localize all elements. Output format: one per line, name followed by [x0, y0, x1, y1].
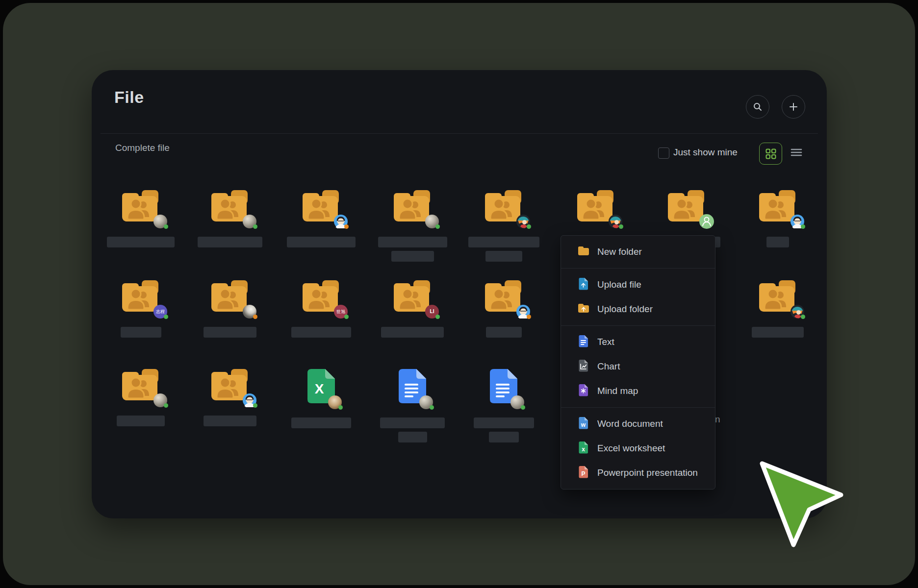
initials-avatar: LI	[425, 305, 439, 318]
shared-folder-icon-wrap	[758, 280, 797, 313]
photo-avatar	[328, 395, 342, 409]
file-name-skeleton	[741, 237, 815, 247]
powerpoint-presentation-icon-wrap: P	[577, 466, 590, 480]
file-name-bar	[474, 417, 534, 428]
file-name-bar	[486, 327, 522, 338]
status-dot	[253, 403, 257, 408]
file-grid: 志程 世旭 LI	[92, 70, 827, 518]
photo-avatar	[243, 215, 256, 228]
status-dot	[164, 315, 168, 319]
upload-file-icon	[577, 277, 590, 290]
menu-item-upload-file[interactable]: Upload file	[561, 272, 715, 297]
menu-item-text[interactable]: Text	[561, 330, 715, 354]
menu-item-label: Text	[597, 337, 614, 347]
menu-item-word-document[interactable]: wWord document	[561, 412, 715, 436]
mind-map-icon	[577, 384, 590, 396]
excel-worksheet-icon: x	[577, 441, 590, 454]
shared-folder-icon-wrap	[210, 280, 250, 313]
text-icon	[577, 335, 590, 347]
boy-avatar	[243, 393, 256, 407]
file-item[interactable]	[376, 190, 449, 262]
photo-avatar	[153, 393, 167, 407]
menu-item-powerpoint-presentation[interactable]: PPowerpoint presentation	[561, 461, 715, 485]
file-item[interactable]	[467, 280, 540, 338]
excel-file-icon-wrap: X	[307, 369, 335, 403]
menu-item-label: Excel worksheet	[597, 443, 665, 454]
file-item[interactable]: LI	[376, 280, 449, 338]
upload-folder-icon	[577, 302, 590, 315]
file-name-bar	[398, 432, 427, 442]
chart-icon	[577, 359, 590, 372]
file-name-bar	[204, 327, 256, 338]
girl-avatar	[790, 305, 804, 318]
menu-item-label: Upload file	[597, 279, 641, 290]
file-name-bar	[468, 237, 539, 247]
menu-item-label: Chart	[597, 361, 620, 372]
status-dot	[164, 224, 168, 229]
shared-folder-icon-wrap	[121, 369, 160, 401]
file-name-skeleton	[467, 417, 540, 442]
menu-section: wWord document xExcel worksheet PPowerpo…	[561, 407, 715, 489]
file-name-skeleton	[376, 417, 449, 442]
status-dot	[253, 224, 257, 229]
file-name-bar	[489, 432, 519, 442]
shared-folder-icon-wrap	[210, 369, 250, 401]
shared-folder-icon-wrap	[667, 190, 706, 222]
status-dot	[435, 224, 440, 229]
menu-item-new-folder[interactable]: New folder	[561, 240, 715, 264]
file-name-bar	[291, 327, 351, 338]
file-item[interactable]: X	[284, 369, 358, 428]
file-item[interactable]	[104, 369, 178, 426]
menu-section: Text Chart Mind map	[561, 325, 715, 407]
hidden-text-fragment: n	[715, 414, 720, 425]
shared-member-badge	[699, 214, 714, 229]
file-item[interactable]	[741, 280, 815, 338]
file-item[interactable]	[193, 190, 267, 247]
file-name-bar	[291, 417, 351, 428]
file-item[interactable]	[193, 280, 267, 338]
menu-item-chart[interactable]: Chart	[561, 354, 715, 379]
excel-worksheet-icon-wrap: x	[577, 441, 590, 456]
file-item[interactable]: 世旭	[284, 280, 358, 338]
girl-avatar	[516, 215, 530, 228]
upload-file-icon-wrap	[577, 277, 590, 292]
status-dot	[338, 405, 343, 410]
shared-folder-icon-wrap	[758, 190, 797, 222]
file-name-bar	[287, 237, 356, 247]
shared-folder-icon-wrap	[121, 190, 160, 222]
file-item[interactable]: 志程	[104, 280, 178, 338]
file-name-bar	[752, 327, 804, 338]
file-name-bar	[485, 251, 522, 262]
shared-folder-icon-wrap	[302, 190, 341, 222]
shared-folder-icon-wrap	[484, 190, 523, 222]
menu-section: New folder	[561, 236, 715, 268]
menu-item-mind-map[interactable]: Mind map	[561, 379, 715, 403]
photo-avatar	[419, 395, 433, 409]
file-item[interactable]	[741, 190, 815, 247]
menu-item-label: New folder	[597, 246, 642, 257]
file-name-skeleton	[193, 237, 267, 247]
menu-item-label: Word document	[597, 418, 663, 429]
file-item[interactable]	[467, 190, 540, 262]
menu-item-upload-folder[interactable]: Upload folder	[561, 297, 715, 321]
file-item[interactable]	[193, 369, 267, 426]
chart-icon-wrap	[577, 359, 590, 374]
status-dot	[344, 224, 349, 229]
status-dot	[344, 315, 349, 319]
svg-text:X: X	[315, 381, 324, 396]
menu-item-label: Mind map	[597, 386, 638, 396]
powerpoint-presentation-icon: P	[577, 466, 590, 478]
upload-folder-icon-wrap	[577, 302, 590, 317]
initials-avatar: 世旭	[334, 305, 348, 318]
file-item[interactable]	[284, 190, 358, 247]
file-item[interactable]	[467, 369, 540, 442]
initials-avatar: 志程	[153, 305, 167, 318]
doc-file-icon-wrap	[490, 369, 517, 403]
file-item[interactable]	[376, 369, 449, 442]
menu-item-excel-worksheet[interactable]: xExcel worksheet	[561, 436, 715, 461]
boy-avatar	[334, 215, 348, 228]
word-document-icon-wrap: w	[577, 416, 590, 431]
file-item[interactable]	[104, 190, 178, 247]
status-dot	[527, 224, 531, 229]
file-name-skeleton	[741, 327, 815, 338]
